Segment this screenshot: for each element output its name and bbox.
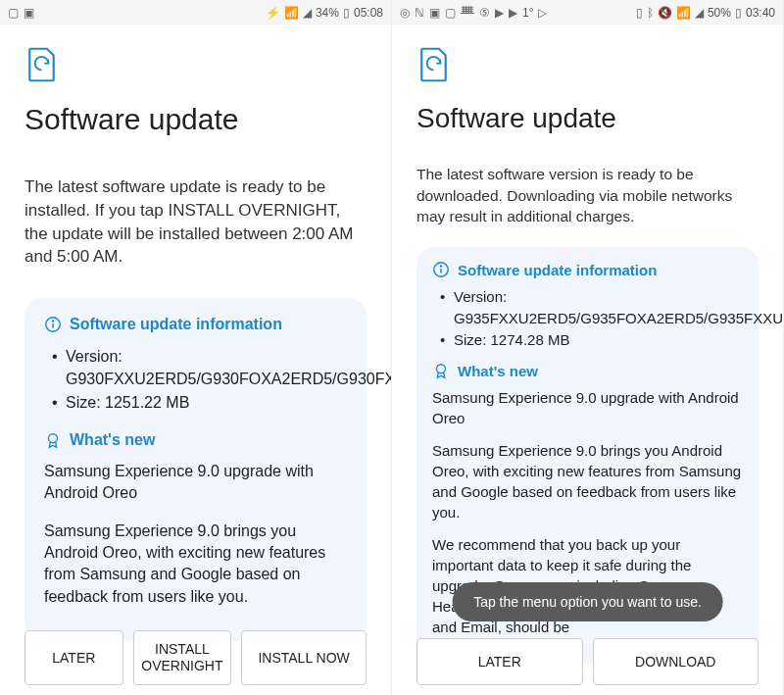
battery-percent: 50% bbox=[708, 6, 731, 20]
gallery-icon: ▢ bbox=[445, 6, 456, 20]
info-icon bbox=[44, 316, 62, 333]
nfc-icon: ℕ bbox=[415, 6, 424, 20]
youtube-icon: ▶ bbox=[495, 6, 504, 20]
info-icon bbox=[432, 261, 450, 278]
svg-point-3 bbox=[49, 433, 58, 442]
instagram-icon: ◎ bbox=[400, 6, 410, 20]
update-description: The latest software version is ready to … bbox=[416, 164, 759, 227]
phone-right: ◎ ℕ ▣ ▢ ᚙ ⑤ ▶ ▶ 1° ▷ ▯ ᛒ 🔇 📶 ◢ 50% ▯ 03:… bbox=[392, 0, 784, 695]
badge-icon bbox=[44, 431, 62, 449]
whatsnew-label: What's new bbox=[458, 363, 538, 379]
install-overnight-button[interactable]: INSTALL OVERNIGHT bbox=[133, 630, 232, 685]
time-label: 05:08 bbox=[354, 6, 383, 20]
battery-icon: ▯ bbox=[735, 6, 742, 20]
usb-icon: ᚙ bbox=[461, 6, 474, 20]
tablet-icon: ▯ bbox=[636, 6, 643, 20]
statusbar-left: ▢ ▣ ⚡ 📶 ◢ 34% ▯ 05:08 bbox=[0, 0, 391, 25]
battery-saver-icon: ⚡ bbox=[266, 6, 280, 20]
whatsnew-p2: Samsung Experience 9.0 brings you Androi… bbox=[44, 521, 347, 609]
info-card: Software update information Version: G93… bbox=[24, 298, 367, 641]
update-description: The latest software update is ready to b… bbox=[24, 175, 367, 269]
wifi-icon: 📶 bbox=[676, 6, 691, 20]
time-label: 03:40 bbox=[746, 6, 775, 20]
screenshot-icon: ▣ bbox=[429, 6, 440, 20]
toast-message: Tap the menu option you want to use. bbox=[452, 582, 723, 621]
signal-icon: ◢ bbox=[303, 6, 312, 20]
mute-icon: 🔇 bbox=[658, 6, 672, 20]
info-label: Software update information bbox=[70, 316, 282, 333]
signal-icon: ◢ bbox=[695, 6, 704, 20]
size-item: Size: 1274.28 MB bbox=[440, 329, 743, 351]
info-heading: Software update information bbox=[432, 261, 743, 278]
svg-point-6 bbox=[440, 266, 441, 267]
whatsnew-heading: What's new bbox=[44, 431, 347, 449]
whatsnew-heading: What's new bbox=[432, 362, 743, 379]
later-button[interactable]: LATER bbox=[416, 638, 583, 685]
sd-icon: ⑤ bbox=[479, 6, 490, 20]
battery-icon: ▯ bbox=[343, 6, 350, 20]
whatsnew-p1: Samsung Experience 9.0 upgrade with Andr… bbox=[432, 387, 743, 428]
software-update-icon bbox=[24, 46, 59, 83]
bluetooth-icon: ᛒ bbox=[647, 6, 654, 20]
version-item: Version: G930FXXU2ERD5/G930FOXA2ERD5/G93… bbox=[52, 345, 347, 390]
info-heading: Software update information bbox=[44, 316, 347, 333]
whatsnew-label: What's new bbox=[70, 431, 155, 449]
gallery-icon: ▢ bbox=[8, 6, 19, 20]
page-title: Software update bbox=[416, 103, 759, 134]
screenshot-icon: ▣ bbox=[24, 6, 34, 20]
statusbar-right: ◎ ℕ ▣ ▢ ᚙ ⑤ ▶ ▶ 1° ▷ ▯ ᛒ 🔇 📶 ◢ 50% ▯ 03:… bbox=[392, 0, 783, 25]
version-item: Version: G935FXXU2ERD5/G935FOXA2ERD5/G93… bbox=[440, 286, 743, 329]
software-update-icon bbox=[416, 46, 451, 83]
info-label: Software update information bbox=[458, 262, 657, 278]
svg-point-2 bbox=[52, 321, 53, 322]
phone-left: ▢ ▣ ⚡ 📶 ◢ 34% ▯ 05:08 Software update Th… bbox=[0, 0, 392, 695]
install-now-button[interactable]: INSTALL NOW bbox=[241, 630, 367, 685]
temperature-label: 1° bbox=[522, 6, 533, 20]
badge-icon bbox=[432, 362, 450, 379]
wifi-icon: 📶 bbox=[284, 6, 299, 20]
youtube2-icon: ▶ bbox=[509, 6, 517, 20]
page-title: Software update bbox=[24, 103, 367, 136]
size-item: Size: 1251.22 MB bbox=[52, 391, 347, 414]
whatsnew-p2: Samsung Experience 9.0 brings you Androi… bbox=[432, 440, 743, 522]
later-button[interactable]: LATER bbox=[24, 630, 123, 685]
battery-percent: 34% bbox=[316, 6, 339, 20]
playstore-icon: ▷ bbox=[538, 6, 547, 20]
download-button[interactable]: DOWNLOAD bbox=[593, 638, 760, 685]
svg-point-7 bbox=[437, 365, 446, 373]
whatsnew-p1: Samsung Experience 9.0 upgrade with Andr… bbox=[44, 461, 347, 505]
